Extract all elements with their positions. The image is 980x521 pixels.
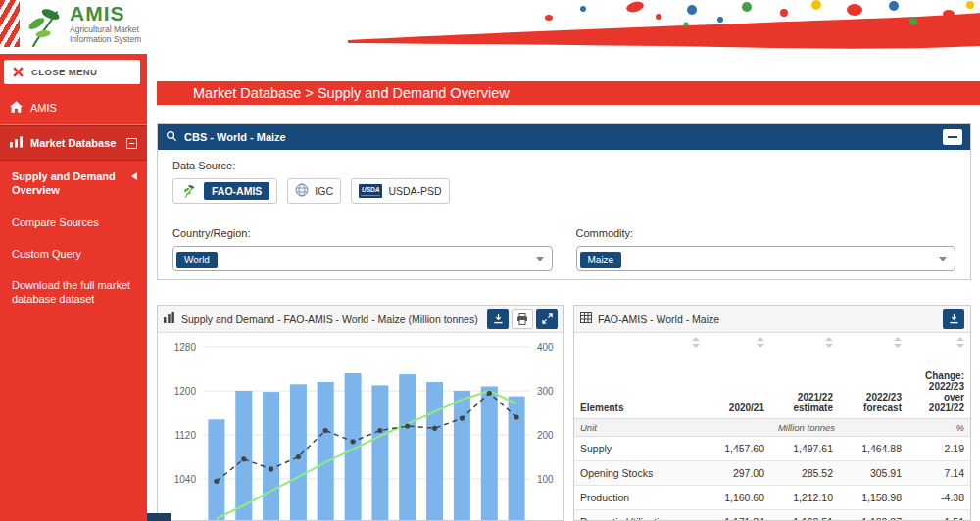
change-unit: % [907, 419, 970, 437]
sort-icon [692, 337, 700, 348]
bar-chart-icon [10, 136, 23, 150]
unit-row: Unit Million tonnes % [574, 419, 970, 437]
supply-demand-table-panel: FAO-AMIS - World - Maize Elements 2020/2… [573, 305, 971, 521]
element-cell: Opening Stocks [574, 461, 706, 486]
chart-panel-title: Supply and Demand - FAO-AMIS - World - M… [181, 313, 478, 325]
svg-text:100: 100 [537, 474, 554, 485]
value-cell: 1,160.60 [706, 486, 770, 510]
search-icon [166, 130, 177, 144]
source-button-fao-amis[interactable]: FAO-AMIS [172, 178, 277, 204]
collapse-section-icon[interactable] [126, 138, 137, 149]
sidebar-item-label: Custom Query [12, 247, 81, 260]
value-cell: 1,457.60 [706, 437, 770, 461]
country-region-label: Country/Region: [172, 227, 553, 239]
logo-subtitle: Agricultural Market Information System [70, 24, 141, 44]
top-header: AMIS Agricultural Market Information Sys… [0, 0, 980, 54]
svg-text:400: 400 [537, 342, 554, 353]
sidebar-item-market-database[interactable]: Market Database [0, 125, 147, 161]
source-label: FAO-AMIS [204, 182, 270, 200]
country-region-select[interactable]: World [172, 246, 553, 271]
sidebar-item-label: Compare Sources [12, 215, 99, 229]
sidebar-item-label: Market Database [30, 137, 116, 149]
svg-text:1280: 1280 [174, 342, 197, 353]
unit-value: Million tonnes [706, 419, 907, 437]
data-source-label: Data Source: [172, 160, 956, 171]
table-panel-header: FAO-AMIS - World - Maize [574, 306, 970, 333]
amis-plant-icon [25, 3, 63, 52]
expand-button[interactable] [536, 309, 558, 329]
chart-panel-header: Supply and Demand - FAO-AMIS - World - M… [158, 306, 564, 333]
sidebar-item-supply-and-demand-overview[interactable]: Supply and Demand Overview [0, 161, 147, 207]
cbs-panel-title: CBS - World - Maize [184, 131, 286, 143]
source-button-usda-psd[interactable]: USDA USDA-PSD [351, 178, 450, 204]
sidebar-item-label: Download the full market database datase… [12, 278, 135, 307]
sidebar-item-custom-query[interactable]: Custom Query [0, 238, 147, 269]
breadcrumb: Market Database > Supply and Demand Over… [157, 81, 980, 105]
value-cell: 1,497.61 [770, 437, 839, 461]
source-label: USDA-PSD [388, 185, 441, 197]
element-cell: Production [574, 486, 706, 510]
source-button-igc[interactable]: IGC [287, 178, 341, 204]
sidebar-item-label: Supply and Demand Overview [12, 169, 122, 198]
table-row: Supply1,457.601,497.611,464.88-2.19 [574, 437, 970, 461]
close-icon [13, 64, 24, 81]
home-icon [10, 101, 23, 115]
download-button[interactable] [943, 309, 964, 329]
value-cell: -2.19 [907, 437, 970, 461]
commodity-selected-tag[interactable]: Maize [580, 252, 622, 268]
igc-globe-icon [295, 183, 309, 199]
close-menu-label: CLOSE MENU [31, 67, 97, 77]
commodity-select[interactable]: Maize [576, 246, 956, 271]
svg-text:1120: 1120 [174, 430, 196, 441]
close-menu-button[interactable]: CLOSE MENU [4, 60, 140, 84]
collapse-panel-button[interactable] [943, 129, 962, 145]
column-header-2020-21[interactable]: 2020/21 [706, 333, 770, 419]
header-wave-decoration [348, 0, 980, 54]
cbs-panel-header: CBS - World - Maize [158, 124, 970, 150]
usda-logo-icon: USDA [359, 184, 382, 198]
print-button[interactable] [512, 309, 533, 329]
svg-text:300: 300 [537, 386, 554, 397]
element-cell: Supply [574, 437, 706, 461]
supply-demand-table: Elements 2020/21 2021/22 estimate 2022/2… [574, 333, 970, 521]
logo-title: AMIS [70, 3, 141, 24]
value-cell: 297.00 [706, 461, 770, 486]
supply-demand-chart: 1040112012001280100200300400 [158, 333, 564, 521]
table-row: Domestic Utilization1,171.841,198.511,18… [574, 510, 970, 521]
sidebar: CLOSE MENU AMIS Market Database Supply a… [0, 54, 147, 521]
svg-text:200: 200 [537, 430, 554, 441]
value-cell: -1.51 [907, 510, 970, 521]
sd-table-body: Supply1,457.601,497.611,464.88-2.19Openi… [574, 437, 970, 521]
value-cell: 1,198.51 [770, 510, 839, 521]
table-icon [580, 312, 592, 325]
commodity-label: Commodity: [576, 227, 956, 239]
value-cell: 1,158.98 [839, 486, 907, 510]
sort-icon [825, 337, 833, 348]
sidebar-item-amis-home[interactable]: AMIS [0, 91, 147, 125]
value-cell: 1,180.37 [839, 510, 907, 521]
download-button[interactable] [487, 309, 509, 329]
sidebar-item-compare-sources[interactable]: Compare Sources [0, 207, 147, 238]
sidebar-item-label: AMIS [30, 102, 57, 114]
source-label: IGC [315, 185, 333, 197]
value-cell: 7.14 [907, 461, 970, 486]
value-cell: 1,212.10 [770, 486, 839, 510]
bar-chart-icon [164, 312, 175, 325]
value-cell: 305.91 [839, 461, 907, 486]
corner-stripes-decoration [0, 0, 20, 47]
svg-text:1040: 1040 [174, 474, 197, 485]
sort-icon [956, 337, 964, 348]
unit-label: Unit [574, 419, 706, 437]
table-row: Production1,160.601,212.101,158.98-4.38 [574, 486, 970, 510]
value-cell: -4.38 [907, 486, 970, 510]
sort-icon [757, 337, 764, 348]
table-row: Opening Stocks297.00285.52305.917.14 [574, 461, 970, 486]
column-header-elements[interactable]: Elements [574, 333, 706, 419]
country-selected-tag[interactable]: World [176, 252, 218, 268]
column-header-2021-22-estimate[interactable]: 2021/22 estimate [770, 333, 839, 419]
sidebar-item-download-dataset[interactable]: Download the full market database datase… [0, 269, 147, 315]
column-header-2022-23-forecast[interactable]: 2022/23 forecast [839, 333, 907, 419]
column-header-change[interactable]: Change: 2022/23 over 2021/22 [907, 333, 970, 419]
chevron-down-icon [536, 257, 544, 261]
amis-logo[interactable]: AMIS Agricultural Market Information Sys… [25, 3, 141, 52]
